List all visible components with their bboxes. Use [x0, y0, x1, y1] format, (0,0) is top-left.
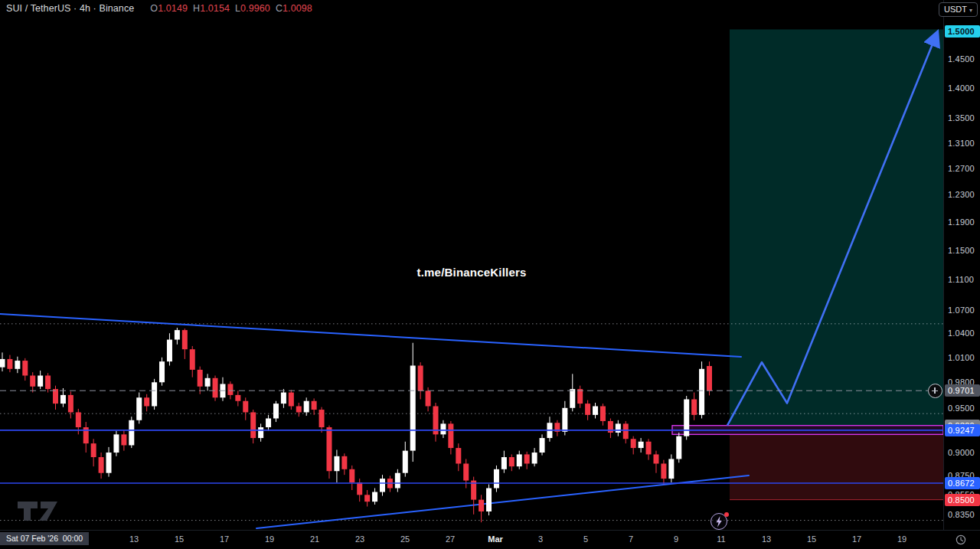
time-tick-label: 17: [220, 534, 229, 544]
time-tick-label: 27: [446, 534, 455, 544]
chart-canvas[interactable]: [0, 0, 943, 530]
currency-unit-label: USDT: [944, 5, 967, 14]
candle-body: [463, 464, 469, 481]
candle-body: [319, 410, 325, 427]
candle-body: [205, 378, 211, 387]
candle-body: [334, 456, 339, 471]
candle-body: [517, 454, 522, 466]
price-tick-label: 0.9500: [944, 402, 980, 414]
candle-body: [175, 330, 180, 339]
candle-body: [38, 376, 43, 387]
candle-body: [653, 454, 658, 463]
price-scale-plus-icon[interactable]: [928, 384, 942, 398]
price-tick-label: 1.0700: [944, 304, 980, 316]
time-tick-label: 13: [762, 534, 771, 544]
candle-body: [190, 349, 195, 370]
candle-body: [250, 412, 256, 438]
price-tick-label: 1.0100: [944, 351, 980, 364]
candle-body: [99, 457, 104, 473]
candle-body: [341, 456, 347, 469]
upper-descending-trendline[interactable]: [0, 314, 741, 357]
candle-body: [691, 399, 697, 414]
candle-body: [45, 376, 51, 390]
price-tick-label: 1.3500: [944, 112, 980, 124]
candle-body: [68, 395, 74, 413]
candle-body: [540, 438, 545, 453]
ohlc-value-c: 1.0098: [283, 3, 312, 14]
candle-body: [364, 495, 370, 502]
candle-body: [600, 407, 606, 421]
time-tick-label: 7: [629, 534, 633, 544]
ohlc-value-h: 1.0154: [200, 3, 230, 14]
candle-body: [585, 404, 590, 415]
candle-body: [486, 489, 492, 511]
candle-body: [0, 359, 5, 368]
time-tick-label: 13: [129, 534, 139, 544]
price-tick-label: 1.3100: [944, 137, 980, 149]
candle-body: [372, 492, 377, 502]
symbol-title[interactable]: SUI / TetherUS · 4h · Binance: [6, 3, 134, 14]
candle-body: [227, 384, 233, 394]
price-tick-label: 0.8350: [944, 508, 980, 521]
bullish-target-zone[interactable]: [730, 29, 943, 425]
price-tick-label: 1.1100: [944, 273, 980, 286]
candle-body: [524, 454, 530, 463]
candle-body: [243, 401, 248, 413]
candle-body: [182, 330, 188, 349]
time-tick-label: 5: [583, 534, 588, 544]
candle-body: [198, 370, 203, 387]
candle-body: [631, 439, 636, 448]
time-tick-label: 17: [852, 534, 861, 544]
clock-icon[interactable]: [955, 534, 967, 549]
candle-body: [410, 366, 416, 451]
crosshair-date-tooltip: Sat 07 Feb '26 00:00: [0, 532, 89, 545]
time-tick-label: Mar: [488, 534, 503, 544]
notification-dot: [724, 512, 729, 517]
ohlc-value-l: 0.9960: [240, 3, 270, 14]
candle-body: [159, 361, 165, 382]
candle-body: [448, 423, 453, 448]
tradingview-logo[interactable]: [17, 501, 64, 524]
candle-body: [152, 382, 157, 406]
price-tick-label: 1.1500: [944, 244, 980, 257]
candle-body: [668, 459, 674, 479]
candle-body: [616, 423, 621, 433]
candle-body: [281, 393, 286, 404]
candle-body: [129, 420, 134, 446]
candle-body: [418, 366, 423, 391]
candle-body: [532, 453, 537, 463]
candle-body: [623, 423, 629, 439]
chart-surface[interactable]: SUI / TetherUS · 4h · BinanceO1.0149H1.0…: [0, 0, 943, 530]
candle-body: [426, 391, 431, 406]
time-tick-label: 19: [897, 534, 906, 544]
time-tick-label: 19: [265, 534, 274, 544]
candle-body: [593, 407, 598, 415]
candle-body: [479, 500, 484, 511]
bearish-risk-zone[interactable]: [730, 434, 943, 499]
candle-body: [676, 436, 681, 459]
time-tick-label: 9: [674, 534, 678, 544]
time-tick-label: 25: [400, 534, 410, 544]
candle-body: [30, 376, 35, 387]
currency-unit-button[interactable]: USDT▾: [939, 2, 978, 17]
price-tag-0.9247: 0.9247: [945, 424, 980, 436]
candle-body: [646, 442, 652, 455]
ohlc-value-o: 1.0149: [158, 3, 188, 14]
candle-body: [349, 469, 354, 482]
candle-body: [22, 361, 28, 375]
candle-body: [213, 378, 218, 397]
price-tick-label: 1.2700: [944, 162, 980, 175]
candle-body: [76, 412, 81, 427]
candle-body: [167, 340, 172, 362]
candle-body: [707, 366, 712, 391]
candle-body: [121, 434, 126, 445]
price-axis[interactable]: USDT▾ 1.45001.40001.35001.31001.27001.23…: [943, 0, 980, 530]
price-tick-label: 1.2300: [944, 188, 980, 201]
price-tick-label: 1.4500: [944, 53, 980, 65]
candle-body: [53, 389, 58, 404]
time-axis[interactable]: 111315171921232527Mar35791113151719 Sat …: [0, 530, 980, 549]
trading-chart-app: SUI / TetherUS · 4h · BinanceO1.0149H1.0…: [0, 0, 980, 549]
candle-body: [266, 418, 271, 427]
price-tag-0.9701: 0.9701: [945, 384, 980, 397]
time-tick-label: 3: [538, 534, 543, 544]
